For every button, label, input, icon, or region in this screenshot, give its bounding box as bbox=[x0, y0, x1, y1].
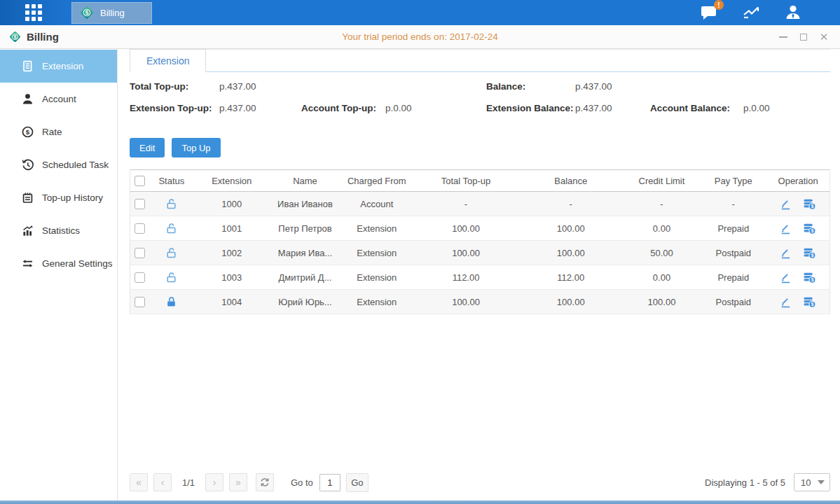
edit-icon[interactable] bbox=[780, 272, 792, 284]
cell-total-topup: 100.00 bbox=[413, 297, 518, 307]
account-menu-button[interactable] bbox=[784, 4, 802, 22]
svg-text:$: $ bbox=[811, 204, 814, 209]
cell-name: Петр Петров bbox=[270, 223, 340, 234]
edit-button[interactable]: Edit bbox=[130, 138, 165, 158]
top-up-row-icon[interactable]: $ bbox=[803, 222, 816, 235]
svg-text:$: $ bbox=[811, 228, 814, 234]
rate-icon: $ bbox=[21, 126, 34, 138]
row-checkbox[interactable] bbox=[135, 223, 145, 234]
edit-icon[interactable] bbox=[780, 223, 792, 234]
reports-button[interactable] bbox=[742, 5, 760, 20]
goto-page-input[interactable] bbox=[319, 474, 340, 491]
edit-icon[interactable] bbox=[780, 296, 792, 308]
edit-icon[interactable] bbox=[780, 198, 792, 210]
extension-topup-value: p.437.00 bbox=[219, 103, 256, 113]
goto-label: Go to bbox=[291, 477, 313, 488]
extension-table: Status Extension Name Charged From Total… bbox=[130, 169, 830, 314]
maximize-icon bbox=[800, 34, 807, 41]
col-total-topup: Total Top-up bbox=[413, 176, 518, 186]
close-button[interactable]: ✕ bbox=[819, 32, 829, 42]
row-checkbox[interactable] bbox=[135, 199, 145, 209]
cell-extension: 1003 bbox=[193, 272, 270, 283]
maximize-button[interactable] bbox=[799, 32, 808, 42]
sidebar-item-scheduled-task[interactable]: Scheduled Task bbox=[0, 148, 117, 181]
cell-pay-type: Prepaid bbox=[700, 272, 766, 283]
top-up-row-icon[interactable]: $ bbox=[803, 271, 816, 284]
prev-page-button[interactable]: ‹ bbox=[153, 473, 172, 491]
table-row: 1000 Иван Иванов Account - - - - $ bbox=[130, 192, 829, 216]
sidebar-item-label: Account bbox=[42, 94, 76, 104]
col-status: Status bbox=[150, 176, 193, 186]
cell-extension: 1000 bbox=[193, 199, 270, 209]
sidebar-item-topup-history[interactable]: Top-up History bbox=[0, 181, 117, 214]
col-pay-type: Pay Type bbox=[700, 176, 766, 186]
extension-icon bbox=[21, 60, 34, 72]
billing-tab-label: Billing bbox=[100, 8, 125, 18]
col-credit-limit: Credit Limit bbox=[624, 176, 701, 186]
col-extension: Extension bbox=[193, 176, 270, 186]
lock-status-icon bbox=[165, 247, 177, 259]
sidebar-item-extension[interactable]: Extension bbox=[0, 50, 117, 83]
cell-name: Юрий Юрь... bbox=[270, 297, 340, 307]
window-bottom-edge bbox=[0, 500, 840, 504]
next-page-button[interactable]: › bbox=[205, 473, 223, 491]
cell-credit-limit: - bbox=[624, 199, 701, 209]
sidebar-item-account[interactable]: Account bbox=[0, 83, 117, 115]
col-operation: Operation bbox=[766, 176, 829, 186]
cell-name: Дмитрий Д... bbox=[270, 272, 340, 283]
extension-balance-value: p.437.00 bbox=[575, 103, 612, 113]
page-size-value: 10 bbox=[801, 477, 818, 488]
billing-app-tab[interactable]: $ Billing bbox=[71, 2, 152, 24]
cell-credit-limit: 100.00 bbox=[624, 297, 701, 307]
cell-pay-type: Postpaid bbox=[700, 248, 766, 258]
account-balance-value: p.0.00 bbox=[743, 103, 770, 113]
account-topup-label: Account Top-up: bbox=[301, 103, 376, 113]
cell-charged-from: Extension bbox=[340, 272, 413, 283]
app-launcher-button[interactable] bbox=[25, 4, 42, 21]
main-content: Extension Total Top-up: p.437.00 Balance… bbox=[118, 49, 840, 500]
balance-value: p.437.00 bbox=[575, 81, 612, 92]
go-button[interactable]: Go bbox=[346, 473, 369, 492]
row-checkbox[interactable] bbox=[135, 272, 145, 283]
top-up-row-icon[interactable]: $ bbox=[803, 197, 816, 211]
cell-balance: - bbox=[518, 199, 624, 209]
sidebar-item-statistics[interactable]: Statistics bbox=[0, 214, 117, 247]
select-all-checkbox[interactable] bbox=[135, 176, 145, 186]
svg-text:$: $ bbox=[26, 128, 30, 136]
titlebar: $ Billing Your trial period ends on: 201… bbox=[0, 25, 840, 49]
cell-balance: 112.00 bbox=[518, 272, 624, 283]
top-up-row-icon[interactable]: $ bbox=[803, 295, 816, 309]
cell-charged-from: Extension bbox=[340, 248, 413, 258]
account-icon bbox=[21, 93, 34, 105]
cell-pay-type: Postpaid bbox=[700, 297, 766, 307]
minimize-button[interactable] bbox=[778, 32, 788, 42]
cell-name: Мария Ива... bbox=[270, 248, 340, 258]
messages-button[interactable]: ! bbox=[700, 4, 718, 21]
balance-summary: Total Top-up: p.437.00 Balance: p.437.00… bbox=[130, 81, 830, 125]
sidebar-item-label: Scheduled Task bbox=[42, 160, 109, 170]
sidebar-item-label: General Settings bbox=[42, 258, 113, 269]
general-settings-icon bbox=[21, 258, 34, 270]
edit-icon[interactable] bbox=[780, 247, 792, 259]
sidebar-item-label: Top-up History bbox=[42, 192, 103, 203]
page-size-select[interactable]: 10 bbox=[794, 473, 830, 491]
tab-extension[interactable]: Extension bbox=[130, 49, 206, 72]
sidebar-item-general-settings[interactable]: General Settings bbox=[0, 247, 117, 280]
cell-total-topup: 112.00 bbox=[413, 272, 518, 283]
row-checkbox[interactable] bbox=[135, 248, 145, 258]
first-page-button[interactable]: « bbox=[130, 473, 148, 491]
row-checkbox[interactable] bbox=[135, 297, 145, 307]
col-name: Name bbox=[270, 176, 340, 186]
cell-extension: 1004 bbox=[193, 297, 270, 307]
col-balance: Balance bbox=[518, 176, 624, 186]
sidebar-item-label: Rate bbox=[42, 127, 62, 137]
top-up-row-icon[interactable]: $ bbox=[803, 246, 816, 260]
last-page-button[interactable]: » bbox=[229, 473, 247, 491]
tabstrip: Extension bbox=[130, 49, 830, 72]
total-topup-label: Total Top-up: bbox=[130, 81, 188, 92]
svg-text:$: $ bbox=[13, 34, 17, 40]
sidebar-item-rate[interactable]: $ Rate bbox=[0, 115, 117, 148]
cell-charged-from: Extension bbox=[340, 223, 413, 234]
top-up-button[interactable]: Top Up bbox=[172, 138, 220, 158]
refresh-button[interactable] bbox=[256, 473, 274, 491]
